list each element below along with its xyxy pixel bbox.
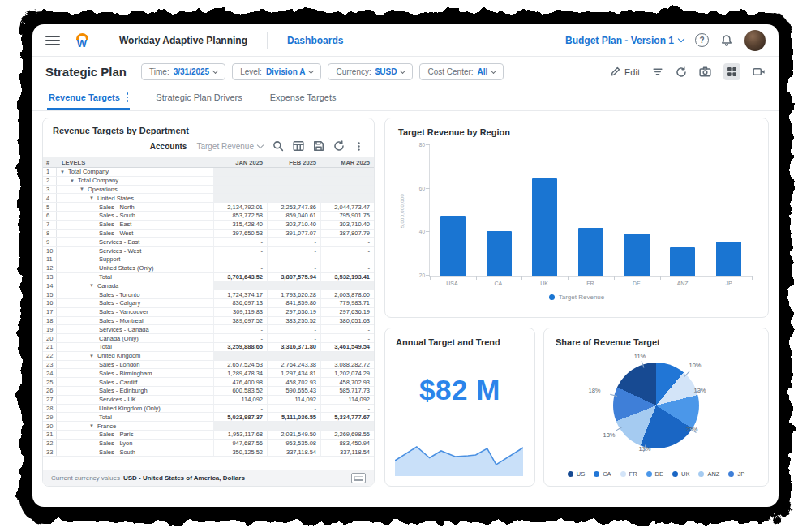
cell-value[interactable]: 114,092 (320, 396, 374, 404)
cell-value[interactable]: 458,702.93 (320, 378, 374, 386)
refresh-button[interactable] (676, 66, 687, 78)
table-row[interactable]: 26Sales - Edinburgh600,583.52590,655.435… (43, 387, 374, 396)
cell-value[interactable]: 1,289,478.34 (213, 369, 267, 377)
table-row[interactable]: 1▼Total Company (43, 168, 374, 177)
cell-value[interactable]: 2,764,243.38 (267, 361, 320, 369)
cell-value[interactable]: - (267, 334, 320, 342)
cell-value[interactable] (267, 194, 320, 202)
table-row[interactable]: 18Sales - Montreal389,697.52383,255.5238… (43, 317, 374, 326)
cell-value[interactable]: - (213, 255, 267, 264)
filter-button[interactable] (652, 66, 663, 77)
table-row[interactable]: 3▼Operations (43, 186, 374, 195)
pie-legend-item[interactable]: DE (646, 470, 663, 478)
keyboard-icon[interactable] (351, 473, 366, 483)
cell-value[interactable]: - (320, 325, 374, 333)
kebab-menu-icon[interactable] (354, 141, 364, 152)
bar[interactable] (670, 247, 695, 276)
table-row[interactable]: 33Sales - South350,125.52337,118.54337,1… (43, 448, 374, 457)
table-row[interactable]: 7Sales - East315,428.40303,710.40303,710… (43, 221, 374, 230)
cell-value[interactable]: - (213, 238, 267, 246)
bar[interactable] (716, 242, 741, 276)
bar[interactable] (578, 228, 603, 276)
cell-value[interactable]: 389,697.52 (213, 317, 267, 325)
cell-value[interactable]: 947,687.56 (213, 440, 267, 448)
hamburger-menu-icon[interactable] (45, 36, 60, 45)
cell-value[interactable]: 859,040.61 (267, 212, 320, 220)
filter-pill[interactable]: Level:Division A (232, 63, 321, 80)
cell-value[interactable]: 114,092 (267, 396, 320, 404)
account-selector[interactable]: Target Revenue (196, 142, 263, 151)
pie-legend-item[interactable]: US (568, 470, 585, 478)
cell-value[interactable]: 303,710.40 (267, 221, 320, 229)
cell-value[interactable]: 953,535.08 (267, 440, 320, 448)
sheet-grid-icon[interactable] (293, 140, 304, 152)
cell-value[interactable]: - (213, 264, 267, 272)
cell-value[interactable] (213, 177, 267, 185)
cell-value[interactable] (267, 352, 320, 360)
tab-kebab-icon[interactable] (127, 92, 129, 102)
cell-value[interactable]: 1,297,434.81 (267, 369, 320, 377)
help-icon[interactable]: ? (695, 33, 709, 47)
cell-value[interactable] (320, 422, 374, 430)
table-row[interactable]: 15Sales - Toronto1,724,374.171,793,620.2… (43, 290, 374, 299)
cell-value[interactable]: - (267, 264, 320, 272)
cell-value[interactable]: 5,334,777.67 (320, 413, 374, 421)
cell-value[interactable]: 883,450.94 (320, 440, 374, 448)
cell-value[interactable] (213, 352, 267, 360)
cell-value[interactable]: - (267, 405, 320, 413)
filter-pill[interactable]: Currency:$USD (328, 63, 413, 80)
cell-value[interactable]: - (320, 238, 374, 246)
cell-value[interactable]: - (267, 238, 320, 246)
pie-legend-item[interactable]: UK (672, 470, 689, 478)
caret-icon[interactable]: ▼ (89, 195, 94, 200)
cell-value[interactable]: 600,583.52 (213, 387, 267, 395)
bell-icon[interactable] (720, 34, 733, 47)
cell-value[interactable]: 1,953,117.68 (213, 431, 267, 439)
table-row[interactable]: 2▼Total Company (43, 177, 374, 186)
table-row[interactable]: 9Services - East--- (43, 238, 374, 247)
table-row[interactable]: 27Services - UK114,092114,092114,092 (43, 396, 374, 405)
cell-value[interactable]: 2,031,549.50 (267, 431, 320, 439)
cell-value[interactable] (267, 422, 320, 430)
table-row[interactable]: 23Sales - London2,657,524.532,764,243.38… (43, 361, 374, 370)
pie-legend-item[interactable]: FR (620, 470, 637, 478)
filter-pill[interactable]: Cost Center:All (419, 63, 504, 80)
table-row[interactable]: 13Total3,701,643.523,807,575.943,532,193… (43, 273, 374, 282)
table-row[interactable]: 14▼Canada (43, 281, 374, 290)
cell-value[interactable]: 3,259,888.65 (213, 343, 267, 351)
table-row[interactable]: 19Services - Canada--- (43, 325, 374, 334)
cell-value[interactable]: - (320, 247, 374, 255)
cell-value[interactable]: 5,111,036.55 (267, 413, 320, 421)
cell-value[interactable]: 795,901.75 (320, 212, 374, 220)
cell-value[interactable]: - (213, 334, 267, 342)
cell-value[interactable]: 380,051.63 (320, 317, 374, 325)
cell-value[interactable]: 2,269,698.55 (320, 431, 374, 439)
cell-value[interactable]: 2,003,878.00 (320, 290, 374, 298)
caret-icon[interactable]: ▼ (70, 178, 75, 183)
cell-value[interactable]: 853,772.58 (213, 212, 267, 220)
cell-value[interactable]: 3,532,193.41 (320, 273, 374, 281)
version-selector[interactable]: Budget Plan - Version 1 (565, 35, 684, 46)
table-row[interactable]: 25Sales - Cardiff476,400.98458,702.93458… (43, 378, 374, 387)
table-row[interactable]: 32Sales - Lyon947,687.56953,535.08883,45… (43, 440, 374, 448)
workday-logo[interactable]: W (73, 33, 91, 48)
save-icon[interactable] (313, 140, 324, 152)
table-row[interactable]: 5Sales - North2,134,792.012,253,747.862,… (43, 203, 374, 212)
pie-legend-item[interactable]: ANZ (698, 470, 719, 478)
table-row[interactable]: 24Sales - Birmingham1,289,478.341,297,43… (43, 369, 374, 378)
cell-value[interactable]: 297,636.19 (320, 308, 374, 316)
cell-value[interactable]: - (213, 325, 267, 333)
cell-value[interactable]: - (267, 247, 320, 255)
cell-value[interactable]: 2,253,747.86 (267, 203, 320, 211)
cell-value[interactable]: 1,202,074.29 (320, 369, 374, 377)
cell-value[interactable]: 779,983.71 (320, 299, 374, 307)
cell-value[interactable] (213, 422, 267, 430)
cell-value[interactable] (213, 168, 267, 176)
table-row[interactable]: 20Canada (Only)--- (43, 334, 374, 343)
table-row[interactable]: 10Services - West--- (43, 247, 374, 255)
cell-value[interactable]: 841,859.80 (267, 299, 320, 307)
bar[interactable] (487, 231, 512, 276)
caret-icon[interactable]: ▼ (60, 169, 65, 174)
cell-value[interactable]: 391,077.07 (267, 230, 320, 238)
cell-value[interactable] (320, 352, 374, 360)
